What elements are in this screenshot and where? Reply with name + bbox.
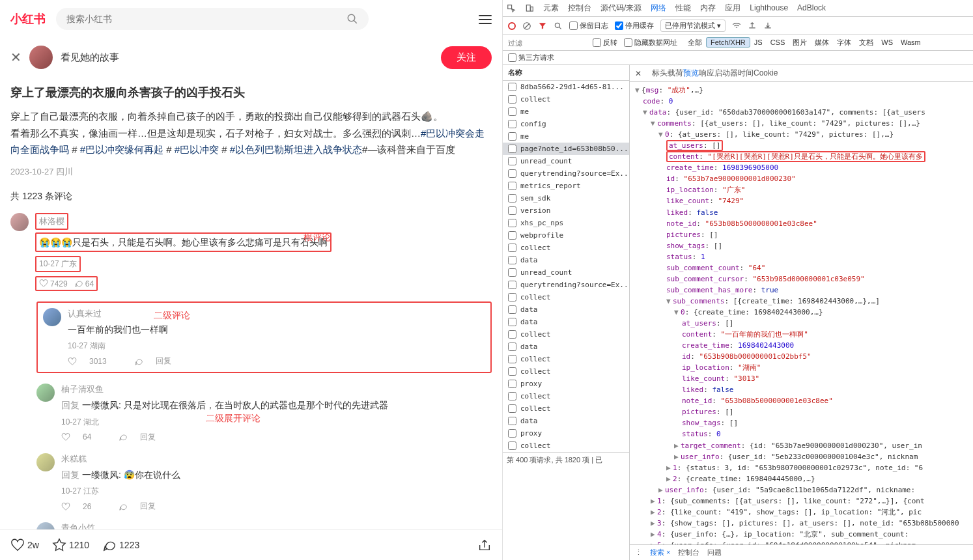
device-icon[interactable]	[525, 4, 534, 13]
throttle-select[interactable]: 已停用节流模式 ▾	[660, 20, 726, 32]
comment-actions[interactable]: 7429 64	[35, 276, 98, 291]
request-row[interactable]: version	[503, 204, 629, 217]
username[interactable]: 认真来过	[68, 308, 485, 320]
avatar[interactable]	[36, 453, 55, 471]
detail-tab[interactable]: 标头	[652, 68, 668, 77]
request-row[interactable]: 8dba5662-29d1-4d65-81...	[503, 81, 629, 93]
username[interactable]: 米糕糕	[61, 453, 492, 465]
hashtag[interactable]: #以色列巴勒斯坦进入战争状态	[230, 144, 362, 155]
request-row[interactable]: collect	[503, 328, 629, 341]
request-row[interactable]: data	[503, 415, 629, 427]
filter-type[interactable]: 文档	[855, 38, 877, 47]
preserve-log-checkbox[interactable]: 保留日志	[569, 21, 608, 31]
devtools-tab[interactable]: AdBlock	[797, 3, 826, 12]
request-row[interactable]: querytrending?source=Ex...	[503, 279, 629, 291]
devtools-tab[interactable]: 元素	[543, 3, 559, 12]
devtools-tab[interactable]: 控制台	[568, 3, 591, 12]
request-row[interactable]: proxy	[503, 378, 629, 390]
filter-input[interactable]	[508, 39, 586, 47]
filter-type[interactable]: Fetch/XHR	[706, 37, 750, 48]
request-row[interactable]: me	[503, 105, 629, 118]
filter-type[interactable]: 字体	[833, 38, 855, 47]
follow-button[interactable]: 关注	[441, 46, 492, 69]
username[interactable]: 林洛樱	[35, 213, 68, 230]
download-icon[interactable]	[763, 21, 772, 31]
detail-tab[interactable]: 时间	[738, 68, 754, 77]
comment-button[interactable]: 1223	[102, 538, 139, 552]
disable-cache-checkbox[interactable]: 停用缓存	[615, 21, 654, 31]
devtools-tab[interactable]: 应用	[725, 3, 740, 12]
json-preview[interactable]: ▼{msg: "成功",…} code: 0 ▼data: {user_id: …	[630, 82, 973, 544]
filter-type[interactable]: 图片	[789, 38, 811, 47]
close-icon[interactable]: ✕	[10, 49, 21, 65]
request-row[interactable]: data	[503, 303, 629, 316]
avatar[interactable]	[43, 308, 61, 326]
devtools-tab[interactable]: 网络	[651, 3, 666, 12]
invert-checkbox[interactable]: 反转	[593, 38, 617, 48]
filter-icon[interactable]	[538, 21, 547, 31]
request-row[interactable]: collect	[503, 365, 629, 378]
author-name[interactable]: 看见她的故事	[61, 51, 119, 64]
comment-actions[interactable]: 64 回复	[61, 432, 492, 443]
request-row[interactable]: sem_sdk	[503, 192, 629, 204]
menu-icon[interactable]	[479, 12, 492, 25]
request-row[interactable]: config	[503, 118, 629, 130]
request-row[interactable]: data	[503, 254, 629, 266]
wifi-icon[interactable]	[732, 21, 741, 31]
inspect-icon[interactable]	[507, 4, 516, 13]
request-row[interactable]: unread_count	[503, 155, 629, 167]
request-row[interactable]: collect	[503, 93, 629, 105]
request-row[interactable]: unread_count	[503, 266, 629, 279]
request-row[interactable]: collect	[503, 242, 629, 254]
username[interactable]: 柚子清双鱼	[61, 384, 492, 395]
detail-tab[interactable]: 载荷	[668, 68, 683, 77]
search-icon[interactable]	[554, 21, 563, 31]
request-row[interactable]: data	[503, 316, 629, 328]
detail-tab[interactable]: 响应	[699, 68, 714, 77]
request-row[interactable]: querytrending?source=Ex...	[503, 167, 629, 180]
search-box[interactable]	[56, 8, 369, 30]
filter-type[interactable]: JS	[750, 38, 767, 47]
request-row[interactable]: webprofile	[503, 229, 629, 242]
name-column-header[interactable]: 名称	[503, 65, 629, 81]
filter-type[interactable]: 媒体	[811, 38, 833, 47]
close-detail-icon[interactable]: ✕	[635, 69, 642, 78]
logo[interactable]: 小红书	[10, 11, 46, 27]
upload-icon[interactable]	[748, 21, 757, 31]
devtools-tab[interactable]: Lighthouse	[750, 3, 788, 12]
devtools-tab[interactable]: 内存	[700, 3, 716, 12]
clear-icon[interactable]	[522, 21, 531, 31]
detail-tab[interactable]: Cookie	[754, 68, 778, 77]
devtools-tab[interactable]: 性能	[675, 3, 691, 12]
drawer-menu-icon[interactable]: ⋮	[635, 548, 642, 557]
comment-actions[interactable]: 3013 回复	[68, 356, 485, 367]
avatar[interactable]	[36, 384, 55, 402]
filter-type[interactable]: 全部	[684, 38, 706, 47]
request-row[interactable]: collect	[503, 353, 629, 365]
request-row[interactable]: data	[503, 341, 629, 353]
detail-tab[interactable]: 预览	[683, 68, 699, 77]
request-row[interactable]: collect	[503, 291, 629, 303]
hashtag[interactable]: #巴以冲突缘何再起	[80, 144, 163, 155]
hashtag[interactable]: #巴以冲突	[175, 144, 219, 155]
drawer-tab-issues[interactable]: 问题	[707, 548, 722, 557]
request-row[interactable]: collect	[503, 402, 629, 415]
request-row[interactable]: collect	[503, 440, 629, 452]
star-button[interactable]: 1210	[52, 538, 89, 552]
hide-data-checkbox[interactable]: 隐藏数据网址	[624, 38, 677, 48]
comment-actions[interactable]: 26 回复	[61, 501, 492, 512]
avatar[interactable]	[10, 213, 29, 231]
like-button[interactable]: 2w	[10, 538, 39, 552]
request-row[interactable]: xhs_pc_nps	[503, 217, 629, 229]
filter-type[interactable]: Wasm	[897, 38, 925, 47]
drawer-tab-search[interactable]: 搜索 ×	[650, 548, 670, 557]
request-row[interactable]: collect	[503, 390, 629, 402]
request-row[interactable]: proxy	[503, 427, 629, 440]
share-button[interactable]	[477, 538, 492, 552]
record-icon[interactable]	[508, 22, 516, 30]
detail-tab[interactable]: 启动器	[714, 68, 738, 77]
search-input[interactable]	[66, 14, 346, 24]
drawer-tab-console[interactable]: 控制台	[678, 548, 699, 557]
author-avatar[interactable]	[29, 46, 53, 69]
filter-type[interactable]: CSS	[767, 38, 789, 47]
